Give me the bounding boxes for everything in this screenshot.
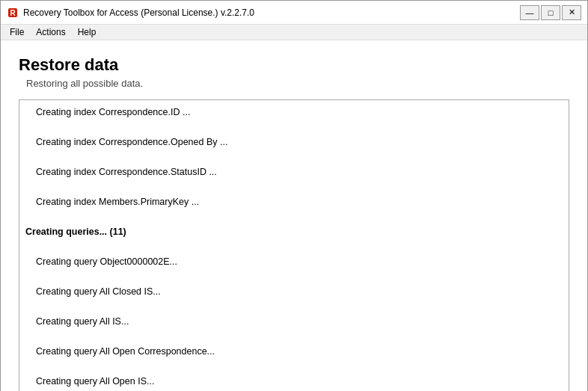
page-title: Restore data	[19, 55, 569, 75]
menu-bar: File Actions Help	[1, 25, 587, 40]
svg-text:R: R	[10, 9, 16, 17]
menu-actions[interactable]: Actions	[30, 26, 71, 38]
app-icon: R	[7, 7, 19, 19]
menu-file[interactable]: File	[4, 26, 30, 38]
main-window: R Recovery Toolbox for Access (Personal …	[0, 0, 588, 391]
minimize-button[interactable]: —	[520, 5, 539, 20]
log-entry: Creating query All IS...	[25, 314, 563, 329]
log-entry: Creating index Correspondence.StatusID .…	[25, 164, 563, 179]
log-entry: Creating query All Open Correspondence..…	[25, 344, 563, 359]
log-entry: Creating query All Closed IS...	[25, 284, 563, 299]
log-entry: Creating query All Open IS...	[25, 374, 563, 389]
title-bar-controls: — □ ✕	[520, 5, 581, 20]
log-entry: Creating index Correspondence.ID ...	[25, 105, 563, 120]
close-button[interactable]: ✕	[562, 5, 581, 20]
log-entry: Creating index Members.PrimaryKey ...	[25, 194, 563, 209]
title-bar-left: R Recovery Toolbox for Access (Personal …	[7, 7, 254, 19]
log-entry: Creating queries... (11)	[25, 224, 563, 239]
content-area: Restore data Restoring all possible data…	[1, 40, 587, 391]
menu-help[interactable]: Help	[72, 26, 102, 38]
log-entry: Creating index Correspondence.Opened By …	[25, 135, 563, 150]
window-title: Recovery Toolbox for Access (Personal Li…	[23, 7, 254, 18]
title-bar: R Recovery Toolbox for Access (Personal …	[1, 1, 587, 25]
log-entry: Creating query Object0000002E...	[25, 254, 563, 269]
log-area[interactable]: Creating index Correspondence.ID ...Crea…	[19, 99, 569, 391]
page-subtitle: Restoring all possible data.	[19, 78, 569, 89]
maximize-button[interactable]: □	[541, 5, 560, 20]
